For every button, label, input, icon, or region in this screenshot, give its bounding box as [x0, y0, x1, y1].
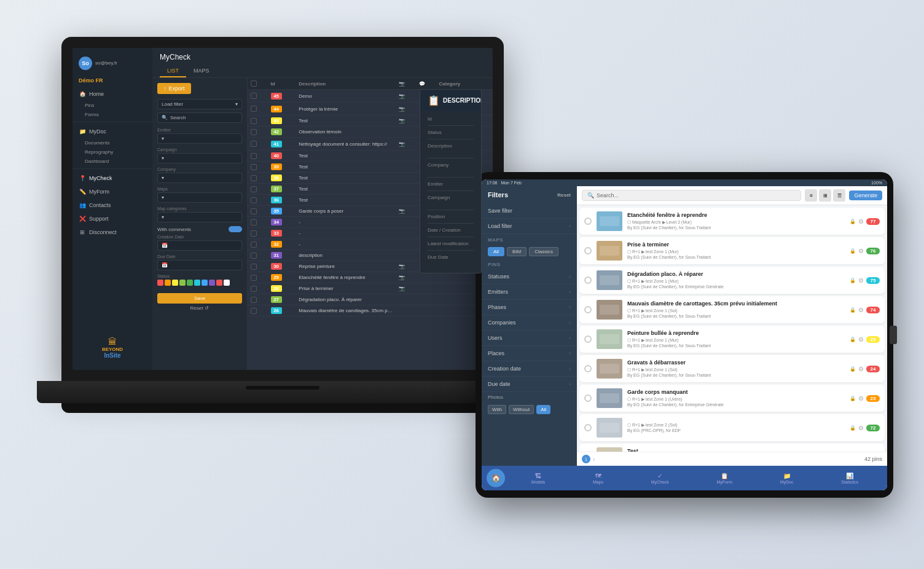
- sidebar-item-dashboard[interactable]: Dashboard: [72, 157, 152, 166]
- settings-icon[interactable]: ⚙: [858, 277, 864, 284]
- row-checkbox[interactable]: [251, 197, 257, 203]
- table-row[interactable]: 28 Prise à terminer 📷: [248, 283, 493, 294]
- reset-filter-button[interactable]: Reset ↺: [157, 305, 242, 311]
- row-checkbox[interactable]: [251, 241, 257, 248]
- map-btn-all[interactable]: All: [488, 247, 504, 256]
- maps-select[interactable]: ▾: [157, 192, 242, 203]
- photo-btn-with[interactable]: With: [488, 405, 506, 414]
- sidebar-item-forms[interactable]: Forms: [72, 110, 152, 119]
- view-list-button[interactable]: ≡: [805, 189, 817, 202]
- list-item[interactable]: Garde corps manquant ⬡ R+1 ▶ test Zone 1…: [579, 385, 885, 412]
- save-filter-item[interactable]: Save filter: [482, 203, 577, 219]
- row-checkbox[interactable]: [251, 129, 257, 135]
- bottom-nav-models[interactable]: 🏗 Models: [531, 473, 546, 484]
- tablet-home-hardware-button[interactable]: [890, 326, 897, 344]
- settings-icon[interactable]: ⚙: [858, 366, 864, 372]
- sidebar-item-pins[interactable]: Pins: [72, 101, 152, 110]
- table-row[interactable]: 27 Dégradation placo. À réparer: [248, 294, 493, 305]
- row-checkbox[interactable]: [251, 164, 257, 170]
- pin-filter-item[interactable]: Users›: [482, 331, 577, 346]
- tablet-search[interactable]: 🔍 Search...: [582, 190, 801, 201]
- row-checkbox[interactable]: [251, 297, 257, 303]
- row-checkbox[interactable]: [251, 208, 257, 214]
- sidebar-item-disconnect[interactable]: ⊞ Disconnect: [72, 226, 152, 239]
- pin-filter-item[interactable]: Places›: [482, 346, 577, 361]
- pin-radio[interactable]: [584, 394, 592, 402]
- bottom-nav-mycheck[interactable]: ✓ MyCheck: [651, 473, 669, 484]
- campaign-select[interactable]: ▾: [157, 153, 242, 163]
- row-checkbox[interactable]: [251, 186, 257, 192]
- company-select[interactable]: ▾: [157, 173, 242, 183]
- row-checkbox[interactable]: [251, 275, 257, 281]
- bottom-nav-mydoc[interactable]: 📁 MyDoc: [780, 473, 794, 484]
- row-checkbox[interactable]: [251, 219, 257, 226]
- row-checkbox[interactable]: [251, 308, 257, 314]
- map-categories-select[interactable]: ▾: [157, 212, 242, 222]
- row-checkbox[interactable]: [251, 175, 257, 181]
- status-color-dot[interactable]: [202, 280, 208, 286]
- row-checkbox[interactable]: [251, 153, 257, 159]
- pin-radio[interactable]: [584, 424, 592, 431]
- row-checkbox[interactable]: [251, 141, 257, 147]
- list-item[interactable]: Peinture bullée à reprendre ⬡ R+1 ▶ test…: [579, 326, 885, 353]
- row-checkbox[interactable]: [251, 264, 257, 270]
- pin-radio[interactable]: [584, 306, 592, 313]
- table-row[interactable]: 29 Etanchéité fenêtre à reprendre 📷: [248, 272, 493, 283]
- page-next-icon[interactable]: ›: [593, 456, 595, 463]
- pin-filter-item[interactable]: Companies›: [482, 315, 577, 331]
- page-1-button[interactable]: 1: [582, 455, 590, 463]
- status-color-dot[interactable]: [179, 280, 186, 286]
- status-color-dot[interactable]: [194, 280, 200, 286]
- due-date-input[interactable]: 📅: [157, 260, 242, 270]
- pin-radio[interactable]: [584, 365, 592, 372]
- photo-btn-all[interactable]: All: [536, 405, 550, 414]
- bottom-nav-statistics[interactable]: 📊 Statistics: [841, 473, 858, 484]
- sidebar-item-mycheck[interactable]: 📍 MyCheck: [72, 171, 152, 185]
- tab-list[interactable]: LIST: [160, 65, 186, 77]
- sidebar-item-contacts[interactable]: 👥 Contacts: [72, 198, 152, 212]
- row-checkbox[interactable]: [251, 286, 257, 292]
- creation-date-input[interactable]: 📅: [157, 240, 242, 251]
- list-item[interactable]: Prise à terminer ⬡ R+1 ▶ test Zone 1 (Mu…: [579, 237, 885, 264]
- save-filter-button[interactable]: Save: [157, 293, 242, 304]
- photo-btn-without[interactable]: Without: [509, 405, 534, 414]
- sidebar-item-reprography[interactable]: Reprography: [72, 147, 152, 157]
- list-item[interactable]: Dégradation placo. À réparer ⬡ R+1 ▶ tes…: [579, 267, 885, 294]
- sidebar-item-support[interactable]: ❌ Support: [72, 212, 152, 226]
- sidebar-item-home[interactable]: 🏠 Home: [72, 87, 152, 101]
- pin-filter-item[interactable]: Creation date›: [482, 361, 577, 377]
- sidebar-item-documents[interactable]: Documents: [72, 138, 152, 147]
- status-color-dot[interactable]: [165, 280, 171, 286]
- toggle-switch[interactable]: [229, 226, 242, 232]
- settings-icon[interactable]: ⚙: [858, 425, 864, 431]
- settings-icon[interactable]: ⚙: [858, 395, 864, 402]
- row-checkbox[interactable]: [251, 253, 257, 259]
- load-filter-item[interactable]: Load filter ›: [482, 219, 577, 234]
- home-button[interactable]: 🏠: [487, 469, 505, 487]
- search-input[interactable]: 🔍 Search: [157, 112, 242, 123]
- settings-icon[interactable]: ⚙: [858, 248, 864, 254]
- pin-filter-item[interactable]: Emitters›: [482, 284, 577, 300]
- bottom-nav-myform[interactable]: 📋 MyForm: [716, 473, 732, 484]
- row-checkbox[interactable]: [251, 118, 257, 124]
- pin-filter-item[interactable]: Due date›: [482, 377, 577, 392]
- list-item[interactable]: Test ⬡ Bâtiment A ▶ Appartement 1 (Plafo…: [579, 444, 885, 452]
- sidebar-item-myform[interactable]: ✏️ MyForm: [72, 185, 152, 198]
- status-color-dot[interactable]: [224, 280, 230, 286]
- list-item[interactable]: Etanchéité fenêtre à reprendre ⬡ Maquett…: [579, 208, 885, 235]
- status-color-dot[interactable]: [216, 280, 222, 286]
- settings-icon[interactable]: ⚙: [858, 307, 864, 313]
- pin-radio[interactable]: [584, 336, 592, 343]
- pin-radio[interactable]: [584, 247, 592, 254]
- row-checkbox[interactable]: [251, 93, 257, 99]
- settings-icon[interactable]: ⚙: [858, 336, 864, 343]
- list-item[interactable]: Mauvais diamètre de carottages. 35cm pré…: [579, 296, 885, 323]
- row-checkbox[interactable]: [251, 230, 257, 237]
- list-item[interactable]: Gravats à débarrasser ⬡ R+1 ▶ test Zone …: [579, 355, 885, 382]
- status-color-dot[interactable]: [172, 280, 178, 286]
- status-color-dot[interactable]: [187, 280, 193, 286]
- export-button[interactable]: ↑ Export: [157, 83, 191, 94]
- status-color-dot[interactable]: [209, 280, 215, 286]
- filter-reset-button[interactable]: Reset: [557, 192, 571, 198]
- pin-filter-item[interactable]: Statuses›: [482, 269, 577, 284]
